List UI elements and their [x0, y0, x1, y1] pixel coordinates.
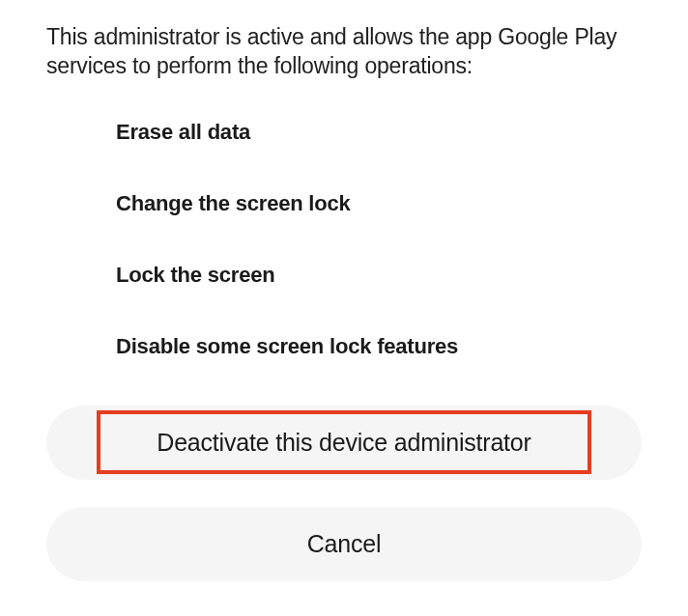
operation-item: Lock the screen — [116, 263, 642, 288]
cancel-button-label: Cancel — [307, 530, 382, 557]
admin-description: This administrator is active and allows … — [46, 23, 642, 81]
operation-item: Erase all data — [116, 120, 642, 145]
operations-list: Erase all data Change the screen lock Lo… — [46, 120, 642, 359]
operation-item: Disable some screen lock features — [116, 334, 642, 359]
operation-item: Change the screen lock — [116, 191, 642, 216]
deactivate-button-label: Deactivate this device administrator — [157, 429, 530, 456]
deactivate-button[interactable]: Deactivate this device administrator — [46, 406, 642, 480]
cancel-button[interactable]: Cancel — [46, 507, 642, 581]
